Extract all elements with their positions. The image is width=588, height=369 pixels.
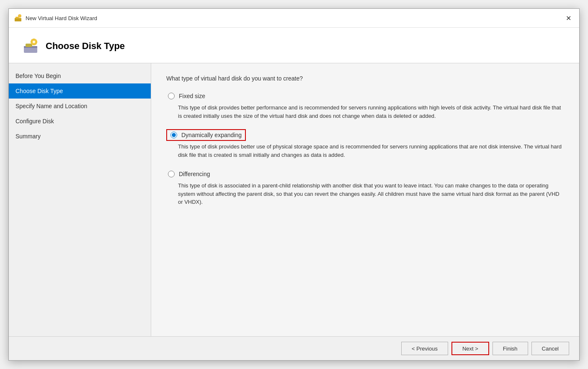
sidebar-item-configure-disk[interactable]: Configure Disk — [9, 114, 151, 129]
wizard-window: New Virtual Hard Disk Wizard ✕ Choose Di… — [8, 8, 580, 361]
label-fixed-size[interactable]: Fixed size — [179, 93, 205, 99]
sidebar: Before You Begin Choose Disk Type Specif… — [9, 63, 151, 336]
option-dynamically-expanding-header-highlighted: Dynamically expanding — [166, 129, 246, 141]
radio-dynamically-expanding[interactable] — [170, 132, 177, 138]
next-button[interactable]: Next > — [451, 342, 489, 355]
desc-dynamically-expanding: This type of disk provides better use of… — [178, 143, 564, 159]
svg-rect-0 — [15, 18, 21, 21]
desc-fixed-size: This type of disk provides better perfor… — [178, 104, 564, 120]
cancel-button[interactable]: Cancel — [531, 342, 569, 355]
svg-point-2 — [18, 14, 21, 18]
option-differencing-header: Differencing — [166, 168, 564, 180]
question-text: What type of virtual hard disk do you wa… — [166, 75, 564, 82]
sidebar-item-choose-disk-type[interactable]: Choose Disk Type — [9, 83, 151, 99]
option-fixed-size: Fixed size This type of disk provides be… — [166, 90, 564, 126]
option-fixed-size-header: Fixed size — [166, 90, 564, 102]
wizard-footer: < Previous Next > Finish Cancel — [9, 336, 579, 360]
finish-button[interactable]: Finish — [493, 342, 528, 355]
wizard-header: Choose Disk Type — [9, 28, 579, 63]
sidebar-item-summary[interactable]: Summary — [9, 129, 151, 144]
disk-type-options: Fixed size This type of disk provides be… — [166, 90, 564, 216]
svg-line-15 — [31, 39, 32, 40]
desc-differencing: This type of disk is associated in a par… — [178, 182, 564, 206]
svg-point-17 — [33, 41, 35, 43]
title-bar-left: New Virtual Hard Disk Wizard — [14, 14, 97, 22]
sidebar-item-before-you-begin[interactable]: Before You Begin — [9, 68, 151, 83]
label-differencing[interactable]: Differencing — [179, 171, 210, 177]
svg-line-16 — [36, 44, 36, 44]
svg-rect-9 — [26, 44, 32, 47]
sidebar-item-specify-name-location[interactable]: Specify Name and Location — [9, 99, 151, 114]
option-differencing: Differencing This type of disk is associ… — [166, 168, 564, 212]
svg-rect-1 — [15, 17, 19, 18]
radio-differencing[interactable] — [168, 171, 175, 177]
header-disk-icon — [22, 38, 39, 55]
title-bar: New Virtual Hard Disk Wizard ✕ — [9, 9, 579, 28]
option-dynamically-expanding: Dynamically expanding This type of disk … — [166, 129, 564, 165]
radio-fixed-size[interactable] — [168, 93, 175, 99]
close-button[interactable]: ✕ — [562, 12, 574, 24]
previous-button[interactable]: < Previous — [401, 342, 448, 355]
window-icon — [14, 14, 22, 22]
label-dynamically-expanding[interactable]: Dynamically expanding — [181, 132, 242, 138]
window-title: New Virtual Hard Disk Wizard — [26, 15, 97, 21]
content-area: Before You Begin Choose Disk Type Specif… — [9, 63, 579, 336]
wizard-title: Choose Disk Type — [46, 41, 125, 52]
main-content: What type of virtual hard disk do you wa… — [151, 63, 579, 336]
